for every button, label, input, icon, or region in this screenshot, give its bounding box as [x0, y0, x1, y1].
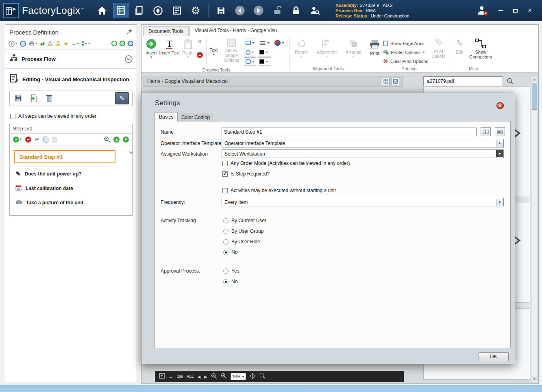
printer-options-button[interactable]: Printer Options [383, 48, 428, 56]
stop-circle-icon[interactable] [128, 41, 133, 46]
checklist-view-button[interactable] [392, 78, 399, 85]
is-step-required-row[interactable]: Is Step Required? [222, 171, 270, 177]
favorite-star-icon[interactable]: ★ [63, 40, 69, 47]
keyboard-button[interactable] [495, 127, 505, 136]
tab-document-tools[interactable]: Document Tools [143, 26, 189, 36]
documents-nav-icon[interactable] [132, 3, 147, 18]
tab-basics[interactable]: Basics [155, 112, 178, 121]
vertical-scrollbar[interactable]: ▲ ▼ [531, 76, 538, 382]
activity-option-row[interactable]: No [223, 249, 237, 255]
close-button[interactable]: × [527, 7, 533, 14]
ok-button[interactable]: OK [479, 352, 509, 361]
text-button[interactable]: Text [208, 37, 219, 56]
approval-option-row[interactable]: No [223, 279, 237, 284]
maximize-button[interactable] [512, 7, 518, 14]
scroll-up-arrow[interactable]: ▲ [532, 76, 537, 82]
forward-icon[interactable] [251, 3, 266, 18]
play-circle-icon[interactable] [111, 41, 117, 46]
import-step-button[interactable] [28, 93, 39, 104]
test-flask-icon[interactable] [47, 41, 53, 47]
fill-color-picker[interactable] [258, 57, 271, 66]
print-button[interactable]: Print [368, 37, 381, 56]
view-any-order-row[interactable]: All steps can be viewed in any order [5, 108, 137, 124]
collapse-flow-button[interactable] [125, 55, 133, 63]
scrollbar-thumb[interactable] [532, 83, 537, 110]
any-order-row[interactable]: Any Order Mode (Activities can be viewed… [222, 160, 350, 166]
add-step-button[interactable]: + [13, 136, 22, 143]
find-user-icon[interactable] [307, 3, 322, 18]
save-step-button[interactable] [13, 93, 24, 104]
back-icon[interactable] [232, 3, 248, 18]
step-item-selected[interactable]: Standard Step #1 [14, 150, 115, 163]
translate-button[interactable] [481, 127, 491, 136]
step-item[interactable]: Take a picture of the unit. [10, 196, 132, 210]
minimize-button[interactable] [497, 7, 504, 14]
home-icon[interactable] [94, 3, 110, 18]
hotspot-picker[interactable] [273, 39, 286, 47]
zoom-level-combo[interactable]: 16% [231, 373, 246, 380]
assigned-workstation-select[interactable]: Select Workstation [222, 149, 504, 158]
dispatch-nav-icon[interactable] [150, 3, 166, 18]
activities-without-unit-checkbox[interactable] [222, 188, 228, 193]
approval-no-radio[interactable] [223, 279, 229, 284]
activities-without-unit-row[interactable]: Activities may be executed without start… [222, 188, 336, 193]
edit-step-button[interactable]: ✎ [115, 92, 129, 104]
tree-icon[interactable] [81, 41, 90, 46]
fit-page-icon[interactable] [159, 373, 165, 380]
remove-step-button[interactable]: − [25, 136, 31, 143]
activity-option-row[interactable]: By Current User [223, 218, 266, 223]
operator-interface-select[interactable]: Operator Interface Template [222, 139, 504, 147]
arrange-button[interactable]: Arrange [344, 37, 363, 58]
name-input[interactable] [222, 128, 477, 136]
unlock-icon[interactable] [270, 3, 285, 18]
copy-step-icon[interactable] [43, 136, 49, 143]
paste-button[interactable]: Paste [181, 37, 195, 58]
by-current-user-radio[interactable] [223, 218, 229, 223]
clear-print-options-button[interactable]: Clear Print Options [383, 57, 428, 65]
web-link-icon[interactable] [20, 41, 26, 47]
step-item[interactable]: Last calibration date [10, 181, 132, 196]
zoom-out-icon[interactable] [211, 373, 217, 381]
edit-button[interactable]: ✎ Edit [455, 37, 465, 55]
print-icon[interactable] [28, 40, 38, 47]
remove-shape-button[interactable]: − [197, 52, 203, 58]
pan-icon[interactable] [250, 373, 256, 381]
delete-step-button[interactable] [44, 93, 54, 104]
next-page-icon[interactable]: ▶ [204, 375, 207, 379]
grid-view-button[interactable] [382, 78, 390, 85]
frequency-select[interactable]: Every Item [222, 198, 504, 206]
save-icon[interactable] [213, 3, 229, 18]
by-user-group-radio[interactable] [223, 229, 229, 234]
combo-arrow-icon[interactable] [496, 140, 503, 147]
insert-button[interactable]: Insert [144, 37, 158, 58]
dialog-close-icon[interactable]: ✕ [496, 102, 504, 109]
rect-shape-picker[interactable] [244, 39, 256, 47]
show-page-area-button[interactable]: Show Page Area [383, 39, 428, 47]
lock-icon[interactable] [288, 3, 304, 18]
settings-gear-icon[interactable]: ⚙ [188, 3, 203, 18]
prev-page-icon[interactable]: ◀ [198, 375, 201, 379]
step-expand-chevron-icon[interactable] [128, 149, 134, 157]
export-icon[interactable]: → [71, 41, 79, 47]
is-step-required-checkbox[interactable] [222, 171, 228, 177]
approval-option-row[interactable]: Yes [223, 268, 239, 274]
zoom-all-button[interactable]: ALL [187, 375, 194, 379]
approval-yes-radio[interactable] [223, 269, 229, 274]
paste-step-icon[interactable] [52, 136, 57, 143]
select-zoom-icon[interactable] [259, 373, 266, 381]
line-style-picker[interactable] [258, 39, 271, 47]
process-flow-row[interactable]: Process Flow [5, 50, 137, 69]
news-nav-icon[interactable] [169, 3, 185, 18]
scroll-down-arrow[interactable]: ▼ [532, 376, 537, 381]
cut-step-icon[interactable]: ✂ [35, 136, 40, 143]
combo-arrow-icon[interactable] [496, 150, 503, 157]
tab-color-coding[interactable]: Color Coding [177, 113, 214, 121]
view-any-order-checkbox[interactable] [10, 114, 15, 119]
logout-user-icon[interactable] [475, 3, 490, 18]
activity-option-row[interactable]: By User Group [223, 228, 263, 234]
zoom-in-icon[interactable] [221, 373, 227, 381]
alignment-button[interactable]: Alignment [316, 37, 338, 58]
show-connectors-button[interactable]: Show Connectors [469, 37, 492, 60]
by-user-role-radio[interactable] [223, 239, 229, 245]
any-order-checkbox[interactable] [222, 161, 228, 166]
